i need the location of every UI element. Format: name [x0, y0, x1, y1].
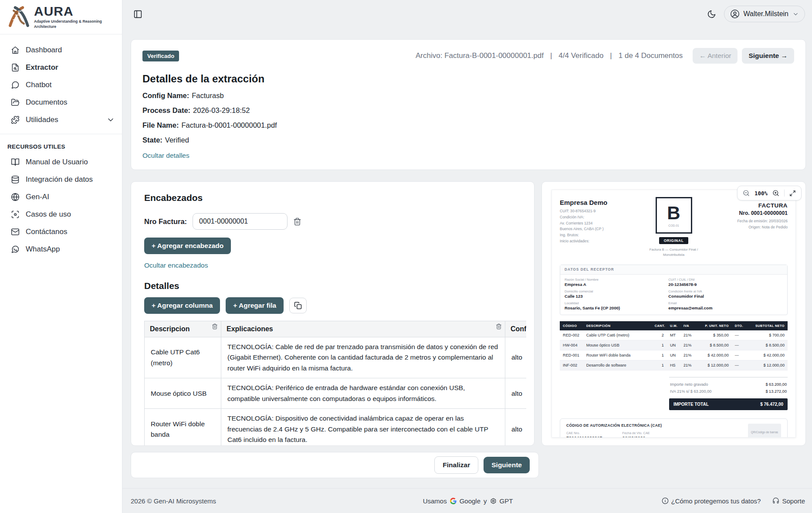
invoice-totals: Importe neto gravado$ 63.200,00 IVA 21% …	[669, 377, 788, 410]
sidebar-item-label: Documentos	[26, 98, 67, 107]
sidebar-item-casos-de-uso[interactable]: Casos de uso	[0, 206, 122, 223]
previous-document-button[interactable]: ← Anterior	[693, 48, 738, 64]
sidebar-item-label: Extractor	[26, 63, 58, 72]
brand-logo-area[interactable]: AURA Adaptive Understanding & Reasoning …	[0, 0, 122, 34]
main-area: Walter.Milstein Verificado Archivo: Fact…	[122, 0, 812, 513]
brand-tagline: Adaptive Understanding & Reasoning Archi…	[34, 19, 104, 29]
add-column-button[interactable]: + Agregar columna	[144, 297, 220, 314]
field-label: Config Name:	[142, 92, 189, 99]
invoice-item-row: INF-002Desarrollo de software1HS21%$ 12.…	[560, 360, 788, 370]
field-value: Factura-b-0001-00000001.pdf	[181, 121, 277, 129]
issuer-name: Empresa Demo	[560, 199, 644, 206]
dark-mode-toggle-button[interactable]	[707, 10, 716, 19]
details-table: Descripcion Explicaciones Confianza Cabl…	[144, 321, 526, 446]
next-document-button[interactable]: Siguiente →	[742, 48, 794, 64]
state-field: State:Verified	[142, 136, 794, 144]
zoom-out-button[interactable]	[743, 190, 750, 197]
sidebar-toggle-button[interactable]	[133, 10, 142, 19]
zoom-level: 100%	[754, 190, 768, 197]
cell-confianza[interactable]: alto	[505, 378, 527, 409]
cell-confianza[interactable]: alto	[505, 409, 527, 446]
receptor-field: CUIT / CUIL / DNI20-12345678-9	[668, 278, 783, 287]
column-header-confianza: Confianza	[505, 321, 527, 337]
hide-headers-link[interactable]: Ocultar encabezados	[144, 262, 208, 269]
cell-explicacion[interactable]: TECNOLOGÍA: Cable de red de par trenzado…	[221, 337, 505, 378]
sidebar-item-integracion-de-datos[interactable]: Integración de datos	[0, 171, 122, 188]
whatsapp-icon	[11, 245, 20, 254]
nro-factura-label: Nro Factura:	[144, 217, 187, 226]
table-row: Mouse óptico USB TECNOLOGÍA: Periférico …	[145, 378, 527, 409]
column-label: Explicaciones	[227, 325, 273, 333]
globe-icon	[11, 193, 20, 201]
usage-prefix: Usamos	[423, 497, 447, 505]
sidebar-item-whatsapp[interactable]: WhatsApp	[0, 241, 122, 258]
database-icon	[11, 175, 20, 184]
sidebar-item-contactanos[interactable]: Contáctanos	[0, 223, 122, 241]
receptor-field: LocalidadRosario, Santa Fe (CP 2000)	[565, 301, 664, 310]
headset-icon	[772, 497, 779, 504]
column-label: Descripcion	[150, 325, 190, 333]
content: Verificado Archivo: Factura-B-0001-00000…	[122, 28, 812, 478]
add-header-button[interactable]: + Agregar encabezado	[144, 238, 231, 254]
folder-icon	[11, 98, 20, 107]
original-badge: ORIGINAL	[659, 237, 689, 244]
sidebar-item-manual-de-usuario[interactable]: Manual de Usuario	[0, 153, 122, 171]
invoice-item-row: HW-004Mouse óptico USB1UN21%$ 8.500,00—$…	[560, 340, 788, 350]
delete-header-button[interactable]	[293, 217, 301, 226]
sidebar-item-gen-ai[interactable]: Gen-AI	[0, 188, 122, 206]
sidebar-item-label: Contáctanos	[26, 228, 67, 236]
invoice-item-row: RED-001Router WiFi doble banda1UN21%$ 42…	[560, 350, 788, 360]
pdf-preview-card: 100% Empresa Demo CUIT: 30-87654321-9 Co…	[541, 181, 806, 446]
cell-descripcion[interactable]: Router WiFi doble banda	[145, 409, 221, 446]
cell-explicacion[interactable]: TECNOLOGÍA: Dispositivo de conectividad …	[221, 409, 505, 446]
support-link[interactable]: Soporte	[772, 497, 805, 505]
sidebar-item-chatbot[interactable]: Chatbot	[0, 76, 122, 94]
pdf-zoom-toolbar: 100%	[737, 186, 802, 200]
topbar: Walter.Milstein	[122, 0, 812, 28]
hide-details-link[interactable]: Ocultar detalles	[142, 152, 189, 160]
chevron-down-icon	[792, 11, 799, 17]
process-date-field: Process Date:2026-03-29:18:52	[142, 106, 794, 115]
sidebar-item-utilidades[interactable]: Utilidades	[0, 111, 122, 129]
invoice-id-block: FACTURA Nro. 0001-00000001 Fecha de emis…	[704, 202, 788, 257]
nro-factura-input[interactable]	[193, 213, 288, 230]
sidebar-item-label: WhatsApp	[26, 245, 60, 254]
invoice-item-row: RED-002Cable UTP Cat6 (metro)2MT21%$ 350…	[560, 330, 788, 340]
separator: |	[610, 51, 612, 60]
cell-explicacion[interactable]: TECNOLOGÍA: Periférico de entrada de har…	[221, 378, 505, 409]
sidebar-item-label: Chatbot	[26, 81, 52, 89]
fullscreen-button[interactable]	[789, 190, 796, 197]
invoice-emission-date: Fecha de emisión: 20/03/2026	[704, 218, 788, 224]
sidebar-item-extractor[interactable]: Extractor	[0, 59, 122, 76]
book-open-icon	[11, 158, 20, 166]
invoice-type-letter: B	[667, 204, 680, 222]
info-icon	[662, 497, 669, 504]
invoice-total-bar: IMPORTE TOTAL $ 76.472,00	[669, 398, 788, 410]
sidebar-item-dashboard[interactable]: Dashboard	[0, 41, 122, 59]
siguiente-button[interactable]: Siguiente	[484, 457, 530, 473]
invoice-type-block: B COD.01 ORIGINAL Factura B — Consumidor…	[647, 197, 701, 257]
cell-descripcion[interactable]: Cable UTP Cat6 (metro)	[145, 337, 221, 378]
cae-title: CÓDIGO DE AUTORIZACIÓN ELECTRÓNICA (CAE)	[566, 423, 662, 428]
add-row-button[interactable]: + Agregar fila	[226, 297, 284, 314]
privacy-link[interactable]: ¿Cómo protegemos tus datos?	[662, 497, 761, 505]
field-value: Facturasb	[192, 92, 223, 99]
column-header-explicaciones: Explicaciones	[221, 321, 505, 337]
zoom-in-button[interactable]	[772, 190, 779, 197]
verified-count: 4/4 Verificado	[558, 51, 603, 60]
page-title: Detalles de la extracción	[142, 73, 794, 85]
cell-confianza[interactable]: alto	[505, 337, 527, 378]
document-count: 1 de 4 Documentos	[619, 51, 683, 60]
cell-descripcion[interactable]: Mouse óptico USB	[145, 378, 221, 409]
delete-column-button[interactable]	[212, 323, 218, 330]
field-value: 2026-03-29:18:52	[193, 106, 250, 114]
sidebar-item-documentos[interactable]: Documentos	[0, 94, 122, 111]
finalizar-button[interactable]: Finalizar	[434, 456, 478, 474]
user-menu-button[interactable]: Walter.Milstein	[724, 6, 805, 22]
invoice-type-code: COD.01	[668, 224, 679, 227]
sidebar-item-label: Integración de datos	[26, 175, 93, 184]
copy-table-button[interactable]	[289, 298, 307, 313]
delete-column-button[interactable]	[496, 323, 502, 330]
footer: 2026 © Gen-AI Microsystems Usamos Google…	[122, 488, 812, 513]
field-value: Verified	[165, 136, 189, 144]
